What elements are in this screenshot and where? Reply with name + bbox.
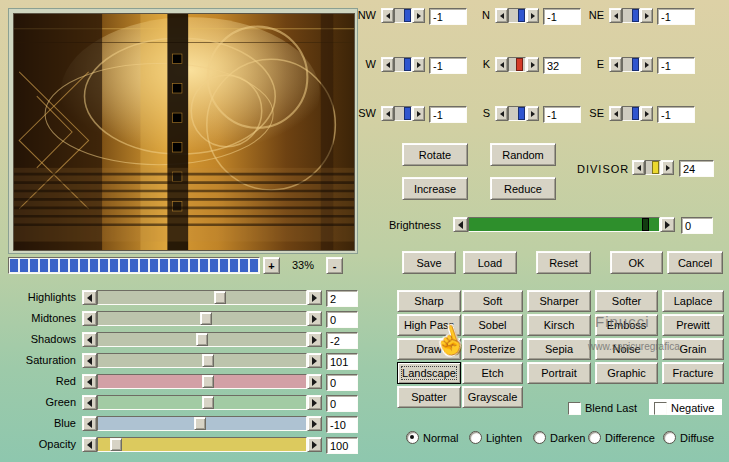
brightness-value[interactable]: 0 bbox=[681, 217, 713, 234]
reduce-button[interactable]: Reduce bbox=[490, 177, 556, 200]
filter-grain-button[interactable]: Grain bbox=[662, 338, 724, 360]
slider-track[interactable] bbox=[508, 106, 526, 121]
slider-track[interactable] bbox=[394, 106, 412, 121]
filter-posterize-button[interactable]: Posterize bbox=[462, 338, 523, 360]
filter-draw-button[interactable]: Draw bbox=[397, 338, 461, 360]
blend-mode-difference-radio[interactable]: Difference bbox=[588, 431, 655, 444]
blend-mode-diffuse-radio[interactable]: Diffuse bbox=[663, 431, 714, 444]
slider-left-arrow[interactable] bbox=[495, 8, 508, 23]
slider-right-arrow[interactable] bbox=[412, 106, 425, 121]
slider-thumb[interactable] bbox=[518, 107, 525, 120]
slider-thumb[interactable] bbox=[202, 396, 214, 409]
slider-thumb[interactable] bbox=[110, 438, 122, 451]
shadows-value[interactable]: -2 bbox=[326, 332, 358, 349]
slider-left-arrow[interactable] bbox=[632, 160, 645, 175]
slider-thumb[interactable] bbox=[642, 218, 649, 231]
slider-track[interactable] bbox=[97, 332, 307, 347]
ok-button[interactable]: OK bbox=[610, 251, 663, 274]
slider-track[interactable] bbox=[97, 374, 307, 389]
blue-value[interactable]: -10 bbox=[326, 416, 358, 433]
slider-right-arrow[interactable] bbox=[307, 395, 322, 410]
rotate-button[interactable]: Rotate bbox=[402, 143, 468, 166]
slider-track[interactable] bbox=[394, 57, 412, 72]
slider-thumb[interactable] bbox=[518, 9, 525, 22]
slider-left-arrow[interactable] bbox=[381, 106, 394, 121]
divisor-slider[interactable] bbox=[632, 160, 674, 175]
filter-landscape-button[interactable]: Landscape bbox=[397, 362, 461, 384]
blend-mode-normal-radio[interactable]: Normal bbox=[406, 431, 458, 444]
slider-track[interactable] bbox=[97, 290, 307, 305]
reset-button[interactable]: Reset bbox=[536, 251, 591, 274]
radio-circle[interactable] bbox=[406, 431, 419, 444]
kernel-nw-value[interactable]: -1 bbox=[429, 8, 467, 25]
slider-right-arrow[interactable] bbox=[307, 332, 322, 347]
slider-left-arrow[interactable] bbox=[495, 106, 508, 121]
filter-portrait-button[interactable]: Portrait bbox=[527, 362, 591, 384]
zoom-out-button[interactable]: - bbox=[326, 257, 343, 274]
filter-noise-button[interactable]: Noise bbox=[595, 338, 658, 360]
slider-track[interactable] bbox=[97, 311, 307, 326]
highlights-value[interactable]: 2 bbox=[326, 290, 358, 307]
kernel-ne-slider[interactable] bbox=[609, 8, 653, 23]
slider-right-arrow[interactable] bbox=[660, 217, 675, 232]
blend-mode-lighten-radio[interactable]: Lighten bbox=[469, 431, 522, 444]
save-button[interactable]: Save bbox=[402, 251, 456, 274]
green-slider[interactable] bbox=[82, 395, 322, 410]
filter-sobel-button[interactable]: Sobel bbox=[462, 314, 523, 336]
slider-left-arrow[interactable] bbox=[82, 332, 97, 347]
filter-sharper-button[interactable]: Sharper bbox=[527, 290, 591, 312]
filter-prewitt-button[interactable]: Prewitt bbox=[662, 314, 724, 336]
filter-grayscale-button[interactable]: Grayscale bbox=[462, 386, 523, 408]
radio-circle[interactable] bbox=[533, 431, 546, 444]
blend-last-checkbox[interactable]: Blend Last bbox=[568, 401, 637, 415]
kernel-s-value[interactable]: -1 bbox=[543, 106, 581, 123]
slider-track[interactable] bbox=[508, 8, 526, 23]
slider-right-arrow[interactable] bbox=[526, 106, 539, 121]
slider-thumb[interactable] bbox=[200, 312, 212, 325]
midtones-value[interactable]: 0 bbox=[326, 311, 358, 328]
checkbox-box[interactable] bbox=[568, 402, 581, 415]
zoom-in-button[interactable]: + bbox=[263, 257, 280, 274]
kernel-n-slider[interactable] bbox=[495, 8, 539, 23]
slider-thumb[interactable] bbox=[202, 354, 214, 367]
radio-circle[interactable] bbox=[588, 431, 601, 444]
checkbox-box[interactable] bbox=[654, 402, 667, 415]
kernel-nw-slider[interactable] bbox=[381, 8, 425, 23]
kernel-se-slider[interactable] bbox=[609, 106, 653, 121]
slider-left-arrow[interactable] bbox=[609, 57, 622, 72]
slider-left-arrow[interactable] bbox=[453, 217, 468, 232]
slider-track[interactable] bbox=[622, 8, 640, 23]
filter-sharp-button[interactable]: Sharp bbox=[397, 290, 461, 312]
increase-button[interactable]: Increase bbox=[402, 177, 468, 200]
slider-thumb[interactable] bbox=[194, 417, 206, 430]
kernel-w-value[interactable]: -1 bbox=[429, 57, 467, 74]
kernel-n-value[interactable]: -1 bbox=[543, 8, 581, 25]
slider-left-arrow[interactable] bbox=[609, 8, 622, 23]
load-button[interactable]: Load bbox=[463, 251, 517, 274]
slider-track[interactable] bbox=[622, 106, 640, 121]
kernel-k-slider[interactable] bbox=[495, 57, 539, 72]
slider-thumb[interactable] bbox=[652, 161, 659, 174]
slider-thumb[interactable] bbox=[404, 58, 411, 71]
slider-thumb[interactable] bbox=[214, 291, 226, 304]
slider-track[interactable] bbox=[97, 353, 307, 368]
filter-spatter-button[interactable]: Spatter bbox=[397, 386, 461, 408]
saturation-value[interactable]: 101 bbox=[326, 353, 358, 370]
slider-left-arrow[interactable] bbox=[82, 353, 97, 368]
radio-circle[interactable] bbox=[663, 431, 676, 444]
slider-left-arrow[interactable] bbox=[495, 57, 508, 72]
filter-emboss-button[interactable]: Emboss bbox=[595, 314, 658, 336]
slider-thumb[interactable] bbox=[632, 9, 639, 22]
slider-left-arrow[interactable] bbox=[82, 290, 97, 305]
highlights-slider[interactable] bbox=[82, 290, 322, 305]
red-slider[interactable] bbox=[82, 374, 322, 389]
slider-right-arrow[interactable] bbox=[307, 353, 322, 368]
slider-track[interactable] bbox=[97, 437, 307, 452]
slider-track[interactable] bbox=[394, 8, 412, 23]
midtones-slider[interactable] bbox=[82, 311, 322, 326]
slider-right-arrow[interactable] bbox=[661, 160, 674, 175]
filter-soft-button[interactable]: Soft bbox=[462, 290, 523, 312]
slider-right-arrow[interactable] bbox=[307, 416, 322, 431]
blue-slider[interactable] bbox=[82, 416, 322, 431]
opacity-slider[interactable] bbox=[82, 437, 322, 452]
